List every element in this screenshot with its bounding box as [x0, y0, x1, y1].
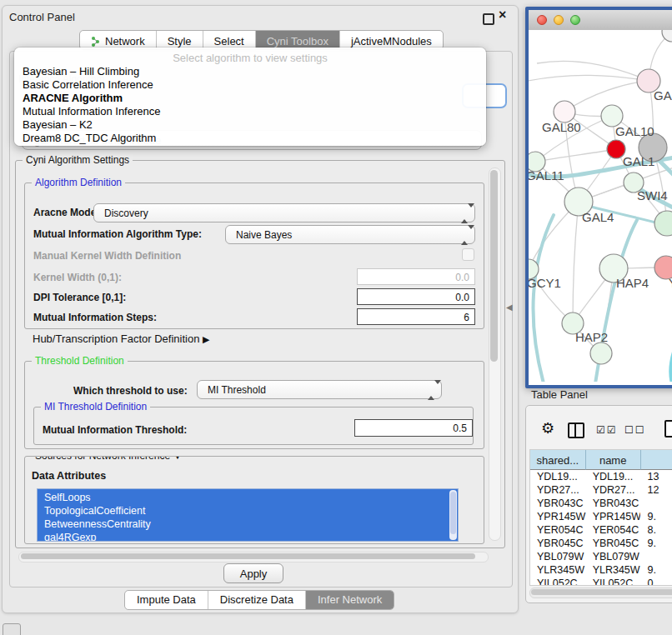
chevron-right-icon: ▶: [203, 334, 209, 344]
table-row[interactable]: YBL079W YBL079W: [530, 550, 672, 563]
algorithm-option[interactable]: Mutual Information Inference: [23, 105, 160, 118]
settings-vertical-scrollbar[interactable]: [489, 168, 501, 541]
table-row[interactable]: YER054C YER054C 8.: [530, 523, 672, 537]
cyni-algorithm-settings-group: Cyni Algorithm Settings Algorithm Defini…: [15, 160, 505, 548]
column-header-clipped[interactable]: [641, 450, 672, 470]
algorithm-option[interactable]: Dream8 DC_TDC Algorithm: [23, 132, 160, 145]
gear-icon[interactable]: ⚙: [541, 421, 554, 436]
scrollbar-thumb[interactable]: [490, 170, 498, 362]
list-scrollbar[interactable]: [449, 490, 457, 540]
mi-threshold-field[interactable]: 0.5: [354, 419, 473, 437]
hub-definition-toggle[interactable]: Hub/Transcription Factor Definition ▶: [33, 332, 209, 345]
network-node-labels: GAL GAL80 GAL10 GAL1 GAL11 SWI4 GAL4 GCY…: [529, 88, 672, 344]
tab-network-label: Network: [105, 35, 145, 48]
table-row[interactable]: YLR345W YLR345W 9.: [530, 563, 672, 577]
deselect-all-checkboxes-icon[interactable]: ☐☐: [624, 424, 646, 436]
chevron-down-icon[interactable]: ▼: [173, 456, 182, 461]
columns-icon[interactable]: [568, 422, 584, 438]
node-label: GAL80: [542, 120, 581, 134]
threshold-definition-group: Threshold Definition Which threshold to …: [24, 361, 484, 449]
network-window-titlebar[interactable]: [529, 10, 672, 31]
dpi-tolerance-label: DPI Tolerance [0,1]:: [33, 292, 126, 303]
scrollbar-thumb[interactable]: [21, 553, 475, 559]
tab-infer-network[interactable]: Infer Network: [306, 591, 394, 609]
minimize-window-icon[interactable]: [554, 15, 564, 25]
table-row[interactable]: YPR145W YPR145W 9.: [530, 510, 672, 523]
tab-cyni-toolbox[interactable]: Cyni Toolbox: [256, 31, 340, 49]
tab-discretize-data[interactable]: Discretize Data: [208, 591, 306, 609]
mi-threshold-group: MI Threshold Definition Mutual Informati…: [33, 407, 474, 445]
which-threshold-label: Which threshold to use:: [73, 385, 188, 397]
algorithm-option[interactable]: Bayesian – Hill Climbing: [23, 65, 160, 78]
combo-spinner-icon: [461, 229, 468, 241]
node-label: GAL4: [582, 210, 614, 224]
sources-group: Sources for Network Inference ▼ Data Att…: [24, 456, 484, 544]
algorithm-option-selected[interactable]: ARACNE Algorithm: [23, 92, 160, 105]
list-item[interactable]: SelfLoops: [44, 491, 458, 504]
list-item[interactable]: gal4RGexp: [44, 531, 458, 542]
tab-style[interactable]: Style: [157, 31, 203, 49]
column-header-name[interactable]: name: [586, 450, 641, 470]
dpi-tolerance-field[interactable]: 0.0: [357, 288, 475, 305]
kernel-width-field[interactable]: 0.0: [357, 268, 475, 285]
combo-spinner-icon: [461, 208, 468, 219]
network-icon: [91, 37, 101, 47]
float-panel-icon[interactable]: [483, 13, 494, 25]
sources-group-title: Sources for Network Inference ▼: [32, 456, 185, 462]
node-label: Y: [669, 276, 672, 290]
select-all-checkboxes-icon[interactable]: ☑☑: [596, 424, 618, 436]
mi-threshold-label: Mutual Information Threshold:: [43, 424, 187, 436]
control-panel-title: Control Panel: [9, 11, 75, 23]
tab-select[interactable]: Select: [203, 31, 256, 49]
desktop: Control Panel × Network Style Select: [0, 0, 672, 635]
aracne-mode-value: Discovery: [104, 208, 148, 219]
pane-collapse-icon[interactable]: ◀: [506, 302, 513, 312]
table-horizontal-scrollbar[interactable]: [529, 588, 672, 598]
mi-steps-field[interactable]: 6: [357, 308, 475, 325]
mi-threshold-title: MI Threshold Definition: [41, 401, 150, 412]
table-row[interactable]: YBR045C YBR045C 9.: [530, 537, 672, 550]
close-window-icon[interactable]: [537, 15, 547, 25]
popup-placeholder: Select algorithm to view settings: [14, 52, 486, 64]
mi-type-combobox[interactable]: Naive Bayes: [225, 225, 475, 244]
column-header-shared-name[interactable]: shared...: [530, 450, 586, 470]
node-label: GAL11: [529, 168, 564, 182]
network-canvas[interactable]: GAL GAL80 GAL10 GAL1 GAL11 SWI4 GAL4 GCY…: [529, 30, 672, 385]
node-label: HAP2: [575, 330, 608, 344]
tab-jactivemnodules-label: jActiveMNodules: [351, 35, 432, 48]
list-item[interactable]: TopologicalCoefficient: [44, 504, 458, 518]
document-icon[interactable]: [664, 420, 672, 438]
algorithm-selector-popup: Select algorithm to view settings Bayesi…: [14, 48, 486, 146]
data-attributes-list[interactable]: SelfLoops TopologicalCoefficient Between…: [37, 488, 459, 542]
network-view-window: GAL GAL80 GAL10 GAL1 GAL11 SWI4 GAL4 GCY…: [525, 7, 672, 388]
manual-kernel-checkbox[interactable]: [462, 248, 474, 261]
settings-group-title: Cyni Algorithm Settings: [23, 154, 133, 166]
close-panel-icon[interactable]: ×: [499, 8, 506, 22]
table-row[interactable]: YBR043C YBR043C: [530, 497, 672, 510]
algorithm-option[interactable]: Bayesian – K2: [23, 118, 160, 132]
list-item[interactable]: BetweennessCentrality: [44, 518, 458, 531]
algorithm-option[interactable]: Basic Correlation Inference: [23, 78, 160, 92]
tab-network[interactable]: Network: [80, 31, 157, 49]
scrollbar-thumb[interactable]: [531, 589, 672, 595]
table-header-row: shared... name: [530, 450, 672, 470]
mi-steps-label: Mutual Information Steps:: [33, 312, 157, 323]
aracne-mode-label: Aracne Mode:: [33, 207, 99, 218]
collapsed-panel-button[interactable]: [3, 623, 21, 635]
zoom-window-icon[interactable]: [570, 15, 580, 25]
apply-button[interactable]: Apply: [223, 563, 283, 583]
which-threshold-combobox[interactable]: MI Threshold: [197, 380, 442, 399]
node-attribute-table[interactable]: shared... name YDL19... YDL19... 13 YDR2…: [529, 449, 672, 586]
algorithm-definition-group: Algorithm Definition Aracne Mode: Discov…: [24, 182, 484, 329]
algorithm-definition-title: Algorithm Definition: [32, 177, 125, 188]
table-row[interactable]: YDL19... YDL19... 13: [530, 470, 672, 483]
table-row[interactable]: YDR27... YDR27... 12: [530, 483, 672, 497]
aracne-mode-combobox[interactable]: Discovery: [93, 203, 475, 222]
settings-horizontal-scrollbar[interactable]: [18, 552, 489, 562]
combo-spinner-icon: [428, 384, 434, 396]
node-label: GAL1: [623, 154, 654, 168]
tab-impute-data[interactable]: Impute Data: [125, 591, 208, 609]
table-row[interactable]: YIL052C YIL052C 0.: [530, 577, 672, 586]
scrollbar-thumb[interactable]: [450, 492, 456, 534]
tab-jactivemnodules[interactable]: jActiveMNodules: [340, 31, 443, 49]
